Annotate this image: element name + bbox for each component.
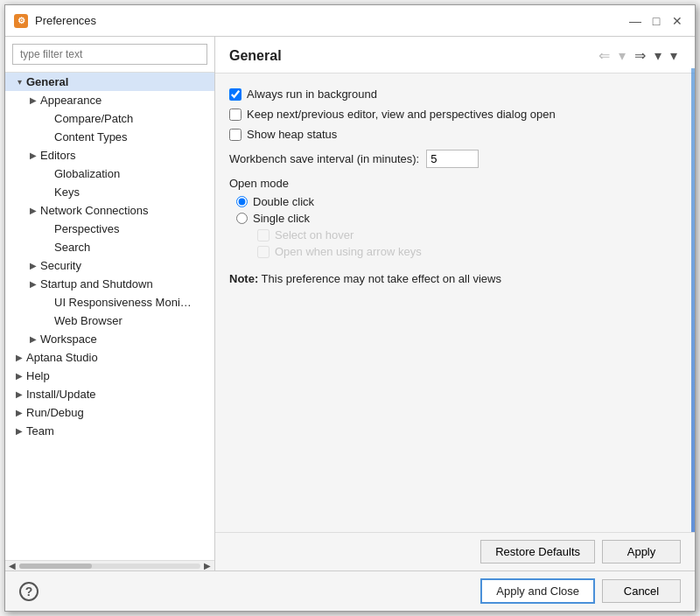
sidebar-item-label: Appearance (40, 94, 102, 107)
open-arrow-keys-row: Open when using arrow keys (257, 245, 681, 258)
sidebar-item-run-debug[interactable]: ▶ Run/Debug (5, 403, 214, 422)
sidebar-item-search[interactable]: Search (5, 238, 214, 256)
open-arrow-keys-label[interactable]: Open when using arrow keys (257, 245, 422, 258)
always-run-background-checkbox[interactable] (229, 88, 242, 101)
show-heap-status-row: Show heap status (229, 128, 681, 141)
no-icon (40, 224, 54, 234)
footer-right: Apply and Close Cancel (480, 578, 681, 604)
nav-buttons: ⇐ ▾ ⇒ ▾ ▾ (595, 46, 681, 66)
double-click-label[interactable]: Double click (236, 195, 314, 208)
single-click-row: Single click (236, 212, 681, 225)
footer-left: ? (19, 582, 38, 601)
sidebar-item-security[interactable]: ▶ Security (5, 256, 214, 275)
app-icon: ⚙ (14, 14, 28, 28)
sidebar-item-compare-patch[interactable]: Compare/Patch (5, 109, 214, 128)
content-panel: Always run in background Keep next/previ… (215, 74, 695, 532)
sidebar-scrollbar[interactable]: ◀ ▶ (5, 560, 214, 570)
single-click-label[interactable]: Single click (236, 212, 310, 225)
sidebar-item-perspectives[interactable]: Perspectives (5, 220, 214, 238)
open-arrow-keys-checkbox (257, 246, 270, 258)
no-icon (40, 132, 54, 142)
page-title: General (229, 48, 282, 64)
keep-editor-dialog-row: Keep next/previous editor, view and pers… (229, 108, 681, 121)
titlebar: ⚙ Preferences — □ ✕ (5, 5, 695, 37)
sidebar-item-editors[interactable]: ▶ Editors (5, 146, 214, 164)
apply-and-close-button[interactable]: Apply and Close (480, 578, 595, 604)
accent-bar (691, 68, 695, 532)
scroll-right-icon[interactable]: ▶ (204, 561, 211, 570)
scroll-left-icon[interactable]: ◀ (9, 561, 16, 570)
workbench-interval-label: Workbench save interval (in minutes): (229, 152, 419, 165)
sidebar-item-workspace[interactable]: ▶ Workspace (5, 330, 214, 348)
apply-button[interactable]: Apply (602, 540, 681, 564)
help-icon[interactable]: ? (19, 582, 38, 601)
sidebar-item-keys[interactable]: Keys (5, 183, 214, 201)
forward-dropdown-button[interactable]: ▾ (651, 46, 665, 66)
search-input[interactable] (12, 44, 207, 65)
note-content: This preference may not take effect on a… (262, 272, 501, 285)
maximize-button[interactable]: □ (648, 12, 665, 30)
sidebar-item-appearance[interactable]: ▶ Appearance (5, 91, 214, 109)
search-box (5, 37, 214, 73)
content-header: General ⇐ ▾ ⇒ ▾ ▾ (215, 37, 695, 74)
chevron-right-icon: ▶ (12, 353, 26, 362)
sidebar-item-help[interactable]: ▶ Help (5, 367, 214, 385)
sidebar-item-content-types[interactable]: Content Types (5, 128, 214, 146)
sidebar-item-general[interactable]: ▾ General (5, 73, 214, 91)
sidebar-item-label: Startup and Shutdown (40, 277, 153, 290)
no-icon (40, 169, 54, 178)
no-icon (40, 298, 54, 307)
sidebar-item-globalization[interactable]: Globalization (5, 164, 214, 183)
sidebar-item-network-connections[interactable]: ▶ Network Connections (5, 201, 214, 220)
sidebar-item-aptana-studio[interactable]: ▶ Aptana Studio (5, 348, 214, 367)
sidebar-item-label: Content Types (54, 130, 128, 144)
sidebar-item-label: Run/Debug (26, 406, 84, 419)
sidebar-item-label: Web Browser (54, 314, 122, 327)
always-run-background-label[interactable]: Always run in background (229, 88, 377, 101)
cancel-button[interactable]: Cancel (602, 579, 681, 603)
chevron-down-icon: ▾ (12, 77, 26, 87)
keep-editor-dialog-label[interactable]: Keep next/previous editor, view and pers… (229, 108, 556, 121)
open-mode-section-label: Open mode (229, 177, 681, 190)
bottom-bar: Restore Defaults Apply (215, 532, 695, 570)
no-icon (40, 316, 54, 326)
keep-editor-dialog-checkbox[interactable] (229, 108, 242, 121)
scroll-track (19, 564, 200, 569)
chevron-right-icon: ▶ (12, 408, 26, 417)
workbench-interval-input[interactable] (426, 150, 479, 168)
double-click-row: Double click (236, 195, 681, 208)
sidebar-item-label: Compare/Patch (54, 112, 133, 125)
close-button[interactable]: ✕ (668, 12, 686, 30)
sidebar-item-label: UI Responsiveness Moni… (54, 296, 192, 309)
sidebar-item-label: Network Connections (40, 204, 149, 217)
always-run-background-row: Always run in background (229, 88, 681, 101)
double-click-radio[interactable] (236, 196, 248, 207)
back-dropdown-button[interactable]: ▾ (615, 46, 629, 66)
tree-area: ▾ General ▶ Appearance Compare/Patch Con… (5, 73, 214, 560)
forward-button[interactable]: ⇒ (631, 46, 649, 66)
sidebar-item-label: General (26, 75, 68, 88)
sidebar-item-label: Aptana Studio (26, 351, 98, 364)
show-heap-status-checkbox[interactable] (229, 129, 242, 141)
select-hover-checkbox (257, 229, 270, 242)
chevron-right-icon: ▶ (26, 334, 40, 344)
sidebar-item-label: Help (26, 369, 50, 382)
sidebar-item-startup-shutdown[interactable]: ▶ Startup and Shutdown (5, 275, 214, 293)
select-hover-label[interactable]: Select on hover (257, 228, 354, 242)
single-click-radio[interactable] (236, 213, 248, 224)
minimize-button[interactable]: — (626, 12, 644, 30)
sidebar-item-team[interactable]: ▶ Team (5, 422, 214, 440)
scroll-thumb (19, 564, 92, 569)
restore-defaults-button[interactable]: Restore Defaults (480, 540, 595, 564)
sidebar-item-web-browser[interactable]: Web Browser (5, 312, 214, 330)
show-heap-status-label[interactable]: Show heap status (229, 128, 337, 141)
note-label: Note: (229, 272, 258, 285)
menu-dropdown-button[interactable]: ▾ (667, 46, 681, 66)
footer-bar: ? Apply and Close Cancel (5, 570, 695, 611)
sidebar-item-ui-responsiveness[interactable]: UI Responsiveness Moni… (5, 293, 214, 312)
chevron-right-icon: ▶ (12, 371, 26, 381)
sidebar: ▾ General ▶ Appearance Compare/Patch Con… (5, 37, 215, 570)
sidebar-item-install-update[interactable]: ▶ Install/Update (5, 385, 214, 403)
back-button[interactable]: ⇐ (595, 46, 613, 66)
sidebar-item-label: Keys (54, 186, 80, 199)
